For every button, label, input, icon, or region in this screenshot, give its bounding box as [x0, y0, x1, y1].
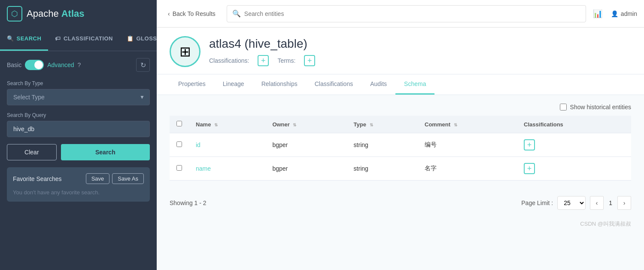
classifications-label: Classifications:	[209, 57, 249, 64]
admin-icon: 👤	[611, 10, 618, 17]
table-row: id bgper string 编号 +	[170, 133, 631, 157]
entity-info: atlas4 (hive_table) Classifications: + T…	[209, 37, 315, 66]
show-historical-checkbox[interactable]	[560, 104, 567, 110]
select-all-header	[170, 116, 189, 133]
sidebar-nav: 🔍 SEARCH 🏷 CLASSIFICATION 📋 GLOSSARY	[0, 28, 157, 51]
sort-comment-icon[interactable]: ⇅	[454, 123, 457, 127]
add-term-button[interactable]: +	[304, 55, 315, 66]
sort-type-icon[interactable]: ⇅	[370, 123, 373, 127]
sidebar: 🔍 SEARCH 🏷 CLASSIFICATION 📋 GLOSSARY Bas…	[0, 28, 157, 270]
row-1-name-link[interactable]: id	[196, 141, 200, 148]
row-1-owner: bgper	[265, 133, 346, 157]
schema-table: Name ⇅ Owner ⇅ Type ⇅ Comment	[170, 116, 631, 181]
row-2-name: name	[189, 157, 265, 181]
tab-audits[interactable]: Audits	[361, 74, 395, 95]
page-nav: ‹ 1 ›	[590, 196, 631, 210]
showing-text: Showing 1 - 2	[170, 199, 207, 206]
row-2-checkbox-cell	[170, 157, 189, 181]
table-row: name bgper string 名字 +	[170, 157, 631, 181]
search-nav-icon: 🔍	[7, 35, 14, 42]
row-2-name-link[interactable]: name	[196, 165, 211, 172]
page-limit-label: Page Limit :	[521, 199, 553, 206]
entity-title: atlas4 (hive_table)	[209, 37, 315, 51]
row-checkbox-cell	[170, 133, 189, 157]
admin-button[interactable]: 👤 admin	[611, 10, 637, 17]
tab-schema[interactable]: Schema	[395, 74, 434, 95]
add-classification-button[interactable]: +	[258, 55, 269, 66]
type-select[interactable]: Select Type	[7, 89, 150, 105]
row-2-classifications: +	[517, 157, 631, 181]
row-1-classifications: +	[517, 133, 631, 157]
page-limit-select[interactable]: 10 25 50 100	[557, 196, 586, 210]
row-2-add-classification-button[interactable]: +	[524, 163, 535, 174]
row-2-checkbox[interactable]	[176, 165, 182, 171]
select-all-checkbox[interactable]	[176, 121, 182, 126]
content-area: ⊞ atlas4 (hive_table) Classifications: +…	[157, 28, 644, 270]
app-title: Apache Atlas	[27, 8, 85, 19]
help-icon[interactable]: ?	[78, 61, 81, 68]
row-2-type: string	[347, 157, 418, 181]
prev-page-button[interactable]: ‹	[590, 196, 604, 210]
entity-avatar: ⊞	[170, 36, 200, 67]
sidebar-body: Basic Advanced ? ↻ Search By Type Select…	[0, 51, 157, 270]
type-select-wrapper: Select Type ▼	[7, 89, 150, 105]
favorite-header: Favorite Searches Save Save As	[13, 173, 144, 184]
back-to-results-button[interactable]: ‹ Back To Results	[164, 8, 220, 20]
sidebar-item-classification[interactable]: 🏷 CLASSIFICATION	[48, 28, 120, 51]
clear-button[interactable]: Clear	[7, 144, 57, 160]
entity-avatar-icon: ⊞	[179, 43, 191, 60]
col-owner: Owner ⇅	[265, 116, 346, 133]
entity-header: ⊞ atlas4 (hive_table) Classifications: +…	[157, 28, 644, 74]
button-row: Clear Search	[7, 144, 150, 160]
sidebar-item-search[interactable]: 🔍 SEARCH	[0, 28, 48, 51]
row-1-checkbox[interactable]	[176, 141, 182, 147]
header-right: 📊 👤 admin	[593, 9, 637, 18]
favorite-section: Favorite Searches Save Save As You don't…	[7, 167, 150, 202]
current-page: 1	[605, 199, 616, 206]
pagination-row: Showing 1 - 2 Page Limit : 10 25 50 100 …	[157, 189, 644, 217]
save-as-button[interactable]: Save As	[112, 173, 144, 184]
tag-icon: 🏷	[55, 35, 61, 42]
save-button[interactable]: Save	[86, 173, 110, 184]
search-icon: 🔍	[232, 9, 241, 18]
type-field-label: Search By Type	[7, 80, 150, 86]
table-header-row: Name ⇅ Owner ⇅ Type ⇅ Comment	[170, 116, 631, 133]
tabs-bar: Properties Lineage Relationships Classif…	[157, 74, 644, 95]
chart-icon[interactable]: 📊	[593, 9, 602, 18]
row-1-name: id	[189, 133, 265, 157]
search-input[interactable]	[244, 10, 580, 17]
toggle-knob	[34, 61, 43, 69]
query-input[interactable]	[7, 121, 150, 137]
toggle-area: Basic Advanced ?	[7, 60, 81, 70]
search-button[interactable]: Search	[61, 144, 150, 160]
tab-relationships[interactable]: Relationships	[253, 74, 306, 95]
tab-properties[interactable]: Properties	[170, 74, 214, 95]
search-mode-row: Basic Advanced ? ↻	[7, 58, 150, 72]
favorite-title: Favorite Searches	[13, 175, 62, 182]
top-header: ⬡ Apache Atlas ‹ Back To Results 🔍 📊 👤 a…	[0, 0, 644, 28]
row-1-type: string	[347, 133, 418, 157]
sort-name-icon[interactable]: ⇅	[214, 123, 218, 127]
entity-meta: Classifications: + Terms: +	[209, 55, 315, 66]
row-1-comment: 编号	[418, 133, 517, 157]
search-mode-toggle[interactable]	[25, 60, 44, 70]
favorite-empty-text: You don't have any favorite search.	[13, 189, 144, 196]
row-2-comment: 名字	[418, 157, 517, 181]
logo-area: ⬡ Apache Atlas	[0, 0, 157, 28]
tab-lineage[interactable]: Lineage	[214, 74, 253, 95]
col-type: Type ⇅	[347, 116, 418, 133]
search-bar: 🔍	[227, 5, 586, 22]
glossary-icon: 📋	[127, 35, 134, 42]
query-field-label: Search By Query	[7, 112, 150, 118]
show-historical-label[interactable]: Show historical entities	[560, 104, 631, 110]
sort-owner-icon[interactable]: ⇅	[293, 123, 296, 127]
refresh-button[interactable]: ↻	[136, 58, 150, 72]
page-controls: Page Limit : 10 25 50 100 ‹ 1 ›	[521, 196, 631, 210]
main-layout: 🔍 SEARCH 🏷 CLASSIFICATION 📋 GLOSSARY Bas…	[0, 28, 644, 270]
row-2-owner: bgper	[265, 157, 346, 181]
sidebar-item-glossary[interactable]: 📋 GLOSSARY	[120, 28, 157, 51]
row-1-add-classification-button[interactable]: +	[524, 139, 535, 150]
watermark: CSDN @叫我满叔叔	[157, 217, 644, 230]
next-page-button[interactable]: ›	[617, 196, 631, 210]
tab-classifications[interactable]: Classifications	[306, 74, 361, 95]
